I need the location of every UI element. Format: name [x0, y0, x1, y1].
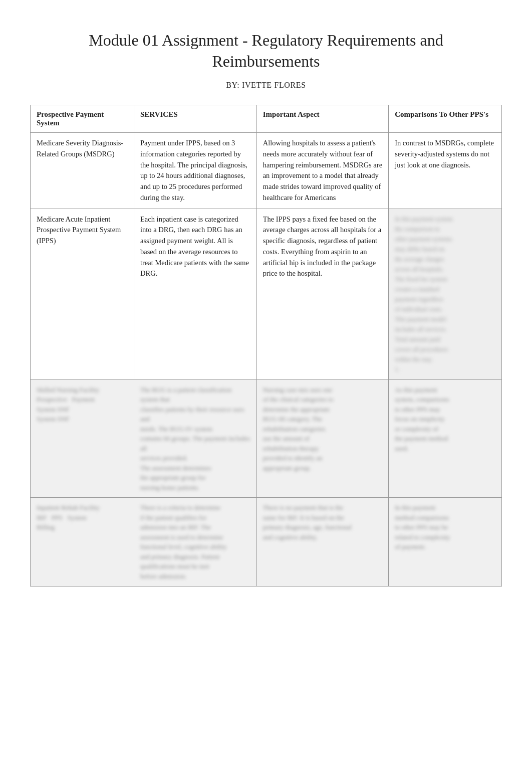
- irf-comparisons: In this paymentmethod comparisonsto othe…: [389, 498, 502, 587]
- irf-important-blurred: There is no payment that is thesame for …: [263, 503, 382, 542]
- irf-system-blurred: Inpatient Rehab FacilityIRF PPS SystemBi…: [37, 503, 128, 532]
- ipps-comparisons: In this payment system the comparison to…: [389, 209, 502, 379]
- irf-services: There is a criteria to determineif the p…: [134, 498, 257, 587]
- col-header-important: Important Aspect: [256, 105, 388, 133]
- byline: BY: IVETTE FLORES: [30, 81, 502, 90]
- msdrg-comparisons: In contrast to MSDRGs, complete severity…: [389, 133, 502, 209]
- msdrg-important: Allowing hospitals to assess a patient's…: [256, 133, 388, 209]
- irf-important: There is no payment that is thesame for …: [256, 498, 388, 587]
- ipps-system: Medicare Acute Inpatient Prospective Pay…: [31, 209, 134, 379]
- irf-system: Inpatient Rehab FacilityIRF PPS SystemBi…: [31, 498, 134, 587]
- col-header-comparisons: Comparisons To Other PPS's: [389, 105, 502, 133]
- snf-comparisons: As this paymentsystem, comparisonsto oth…: [389, 379, 502, 498]
- snf-comparisons-blurred: As this paymentsystem, comparisonsto oth…: [395, 385, 495, 454]
- table-row-ipps: Medicare Acute Inpatient Prospective Pay…: [31, 209, 502, 379]
- snf-services: The RUG is a patient classification syst…: [134, 379, 257, 498]
- table-row-msdrg: Medicare Severity Diagnosis-Related Grou…: [31, 133, 502, 209]
- table-row-irf: Inpatient Rehab FacilityIRF PPS SystemBi…: [31, 498, 502, 587]
- col-header-services: SERVICES: [134, 105, 257, 133]
- col-header-system: Prospective Payment System: [31, 105, 134, 133]
- snf-important: Nursing case mix uses oneof the clinical…: [256, 379, 388, 498]
- msdrg-system: Medicare Severity Diagnosis-Related Grou…: [31, 133, 134, 209]
- ipps-important: The IPPS pays a fixed fee based on the a…: [256, 209, 388, 379]
- msdrg-services: Payment under IPPS, based on 3 informati…: [134, 133, 257, 209]
- main-table: Prospective Payment System SERVICES Impo…: [30, 105, 502, 587]
- irf-comparisons-blurred: In this paymentmethod comparisonsto othe…: [395, 503, 495, 552]
- ipps-services: Each inpatient case is categorized into …: [134, 209, 257, 379]
- snf-services-blurred: The RUG is a patient classification syst…: [140, 385, 250, 493]
- snf-system: Skilled Nursing FacilityProspective Paym…: [31, 379, 134, 498]
- table-row-snf: Skilled Nursing FacilityProspective Paym…: [31, 379, 502, 498]
- irf-services-blurred: There is a criteria to determineif the p…: [140, 503, 250, 581]
- snf-important-blurred: Nursing case mix uses oneof the clinical…: [263, 385, 382, 473]
- snf-system-blurred: Skilled Nursing FacilityProspective Paym…: [37, 385, 128, 424]
- ipps-comparison-blurred-content: In this payment system the comparison to…: [395, 214, 495, 374]
- page-title: Module 01 Assignment - Regulatory Requir…: [30, 30, 502, 72]
